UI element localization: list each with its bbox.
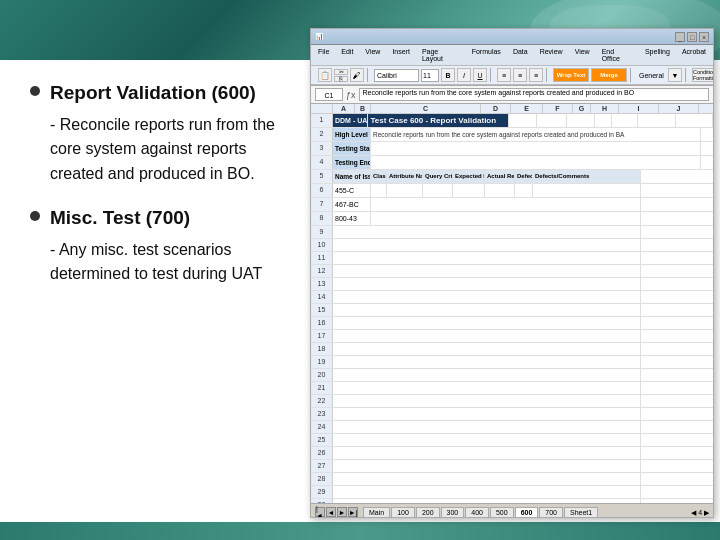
cell-23-a[interactable] xyxy=(333,408,641,420)
conditional-format-button[interactable]: Conditional Formatting xyxy=(692,68,714,82)
cell-5-a[interactable]: Name of Issue(s) xyxy=(333,170,371,183)
cell-8-b[interactable] xyxy=(371,212,641,225)
cell-3-a[interactable]: Testing Start Date: xyxy=(333,142,371,155)
number-format-dropdown[interactable]: ▼ xyxy=(668,68,682,82)
cell-18-a[interactable] xyxy=(333,343,641,355)
cell-4-a[interactable]: Testing End Date: xyxy=(333,156,371,169)
cell-5-d[interactable]: Query Criteria xyxy=(423,170,453,183)
copy-button[interactable]: ⎘ xyxy=(334,76,348,82)
menu-view[interactable]: View xyxy=(362,47,383,63)
cell-1-h[interactable] xyxy=(612,114,638,127)
cell-1-d[interactable] xyxy=(509,114,537,127)
cell-24-a[interactable] xyxy=(333,421,641,433)
cell-26-a[interactable] xyxy=(333,447,641,459)
sheet-tab-main[interactable]: Main xyxy=(363,507,390,517)
tab-last-button[interactable]: ►| xyxy=(348,507,358,517)
sheet-tab-400[interactable]: 400 xyxy=(465,507,489,517)
cell-6-d[interactable] xyxy=(423,184,453,197)
cell-9-a[interactable] xyxy=(333,226,641,238)
sheet-tab-500[interactable]: 500 xyxy=(490,507,514,517)
cell-10-a[interactable] xyxy=(333,239,641,251)
italic-button[interactable]: I xyxy=(457,68,471,82)
cell-6-b[interactable] xyxy=(371,184,387,197)
cell-6-h[interactable] xyxy=(533,184,641,197)
cell-6-c[interactable] xyxy=(387,184,423,197)
tab-next-button[interactable]: ► xyxy=(337,507,347,517)
cell-5-e[interactable]: Expected Results xyxy=(453,170,485,183)
cell-5-c[interactable]: Attribute Name xyxy=(387,170,423,183)
cell-2-c[interactable]: Reconcile reports run from the core syst… xyxy=(371,128,701,141)
size-selector[interactable] xyxy=(421,69,439,82)
sheet-tab-sheet1[interactable]: Sheet1 xyxy=(564,507,598,517)
cell-1-a[interactable]: DDM - UAT xyxy=(333,114,368,127)
maximize-button[interactable]: □ xyxy=(687,32,697,42)
cell-14-a[interactable] xyxy=(333,291,641,303)
cell-5-g[interactable]: Defect Date xyxy=(515,170,533,183)
menu-insert[interactable]: Insert xyxy=(389,47,413,63)
cell-1-g[interactable] xyxy=(595,114,612,127)
wrap-text-button[interactable]: Wrap Text xyxy=(553,68,589,82)
menu-acrobat[interactable]: Acrobat xyxy=(679,47,709,63)
cell-12-a[interactable] xyxy=(333,265,641,277)
tab-first-button[interactable]: |◄ xyxy=(315,507,325,517)
cell-29-a[interactable] xyxy=(333,486,641,498)
paste-button[interactable]: 📋 xyxy=(318,68,332,82)
minimize-button[interactable]: _ xyxy=(675,32,685,42)
cell-6-g[interactable] xyxy=(515,184,533,197)
formula-input[interactable]: Reconcile reports run from the core syst… xyxy=(359,88,709,101)
sheet-tab-700[interactable]: 700 xyxy=(539,507,563,517)
cell-22-a[interactable] xyxy=(333,395,641,407)
menu-review[interactable]: Review xyxy=(537,47,566,63)
merge-button[interactable]: Merge xyxy=(591,68,627,82)
menu-formulas[interactable]: Formulas xyxy=(469,47,504,63)
cell-6-a[interactable]: 455-C xyxy=(333,184,371,197)
bold-button[interactable]: B xyxy=(441,68,455,82)
menu-view2[interactable]: View xyxy=(572,47,593,63)
format-painter-button[interactable]: 🖌 xyxy=(350,68,364,82)
close-button[interactable]: × xyxy=(699,32,709,42)
cell-13-a[interactable] xyxy=(333,278,641,290)
cell-5-b[interactable]: Class xyxy=(371,170,387,183)
cell-4-c[interactable] xyxy=(371,156,701,169)
cell-8-a[interactable]: 800-43 xyxy=(333,212,371,225)
cell-1-i[interactable] xyxy=(638,114,675,127)
cell-15-a[interactable] xyxy=(333,304,641,316)
cell-6-e[interactable] xyxy=(453,184,485,197)
menu-page-layout[interactable]: Page Layout xyxy=(419,47,463,63)
cell-19-a[interactable] xyxy=(333,356,641,368)
cell-5-h[interactable]: Defects/Comments xyxy=(533,170,641,183)
cell-7-b[interactable] xyxy=(371,198,641,211)
cell-1-j[interactable] xyxy=(676,114,713,127)
align-right-button[interactable]: ≡ xyxy=(529,68,543,82)
cell-25-a[interactable] xyxy=(333,434,641,446)
sheet-tab-100[interactable]: 100 xyxy=(391,507,415,517)
menu-spelling[interactable]: Spelling xyxy=(642,47,673,63)
cell-20-a[interactable] xyxy=(333,369,641,381)
align-left-button[interactable]: ≡ xyxy=(497,68,511,82)
align-center-button[interactable]: ≡ xyxy=(513,68,527,82)
cell-28-a[interactable] xyxy=(333,473,641,485)
cell-11-a[interactable] xyxy=(333,252,641,264)
cell-7-a[interactable]: 467-BC xyxy=(333,198,371,211)
font-selector[interactable] xyxy=(374,69,419,82)
cell-6-f[interactable] xyxy=(485,184,515,197)
cell-3-c[interactable] xyxy=(371,142,701,155)
cell-5-f[interactable]: Actual Result xyxy=(485,170,515,183)
cell-17-a[interactable] xyxy=(333,330,641,342)
menu-data[interactable]: Data xyxy=(510,47,531,63)
tab-prev-button[interactable]: ◄ xyxy=(326,507,336,517)
cell-1-f[interactable] xyxy=(567,114,595,127)
cell-21-a[interactable] xyxy=(333,382,641,394)
cell-1-e[interactable] xyxy=(537,114,567,127)
cell-2-a[interactable]: High Level Test Description xyxy=(333,128,371,141)
sheet-tab-300[interactable]: 300 xyxy=(441,507,465,517)
underline-button[interactable]: U xyxy=(473,68,487,82)
menu-edit[interactable]: Edit xyxy=(338,47,356,63)
cut-button[interactable]: ✂ xyxy=(334,69,348,75)
sheet-tab-600[interactable]: 600 xyxy=(515,507,539,517)
cell-1-c[interactable]: Test Case 600 - Report Validation xyxy=(368,114,509,127)
sheet-tab-200[interactable]: 200 xyxy=(416,507,440,517)
menu-file[interactable]: File xyxy=(315,47,332,63)
menu-end-office[interactable]: End Office xyxy=(599,47,636,63)
cell-reference-box[interactable]: C1 xyxy=(315,88,343,101)
